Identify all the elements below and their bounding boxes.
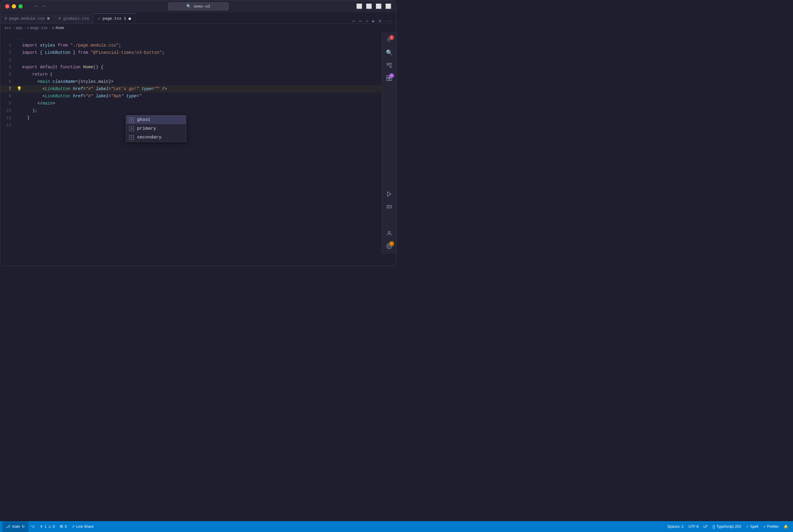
code-line: 6 <main className={styles.main}>	[0, 78, 396, 85]
autocomplete-item-icon: ≡	[129, 118, 134, 122]
code-line: 10 );	[0, 107, 396, 114]
nav-forward-button[interactable]: →	[43, 4, 46, 9]
autocomplete-item-label: ghost	[137, 117, 151, 122]
css-icon: #	[4, 16, 7, 21]
files-badge: 2	[389, 35, 394, 40]
breadcrumb: src › app › ⚛ page.tsx › ◇ Home	[0, 24, 396, 32]
line-content	[22, 56, 396, 63]
go-to-icon[interactable]: ↗	[366, 19, 368, 23]
line-content: </main>	[22, 100, 396, 107]
line-content: <LinkButton href="#" label="Let's go!" t…	[22, 85, 396, 93]
extensions-icon[interactable]: 30	[384, 73, 395, 83]
account-icon[interactable]	[384, 228, 395, 239]
line-number: 7	[0, 85, 16, 93]
code-line: 11 }	[0, 114, 396, 121]
search-text: demo-o3	[193, 4, 210, 9]
settings-badge: !	[389, 241, 394, 246]
line-number: 12	[0, 121, 16, 129]
line-number: 1	[0, 42, 16, 49]
tab-label: globals.css	[63, 16, 89, 21]
layout-sidebar-icon[interactable]: ⬜	[356, 3, 362, 10]
code-lines: ... 1 import styles from "./page.module.…	[0, 32, 396, 131]
line-number: 6	[0, 78, 16, 85]
traffic-lights	[5, 4, 23, 8]
code-line: 3	[0, 56, 396, 63]
line-number: 4	[0, 63, 16, 71]
minimize-button[interactable]	[12, 4, 16, 8]
run-icon[interactable]	[384, 189, 395, 200]
layout-custom-icon[interactable]: ⬜	[385, 3, 391, 10]
autocomplete-item-ghost[interactable]: ≡ ghost	[126, 115, 186, 124]
remote-icon[interactable]	[384, 201, 395, 212]
autocomplete-item-label: primary	[137, 126, 156, 131]
nav-back-button[interactable]: ←	[35, 4, 38, 9]
line-content: }	[22, 114, 396, 121]
tab-page-module-css[interactable]: # page.module.css	[0, 13, 54, 23]
autocomplete-item-secondary[interactable]: ≡ secondary	[126, 133, 186, 142]
tabbar: # page.module.css # globals.css ⚛ page.t…	[0, 13, 396, 24]
code-line: 5 return (	[0, 71, 396, 78]
tab-page-tsx[interactable]: ⚛ page.tsx 1	[93, 13, 135, 23]
dots-line: ...	[0, 35, 396, 42]
breadcrumb-app[interactable]: app	[16, 26, 22, 30]
titlebar-search[interactable]: 🔍 demo-o3	[168, 2, 229, 10]
tab-label: page.module.css	[10, 16, 45, 21]
titlebar-actions: ⬜ ⬜ ⬜ ⬜	[356, 3, 391, 10]
line-content: );	[22, 107, 396, 114]
breadcrumb-file[interactable]: page.tsx	[30, 26, 48, 30]
line-number: 9	[0, 100, 16, 107]
line-content: import { LinkButton } from "@financial-t…	[22, 49, 396, 56]
svg-point-13	[388, 231, 390, 233]
layout-panel-icon[interactable]: ⬜	[366, 3, 372, 10]
svg-point-0	[387, 63, 388, 65]
close-button[interactable]	[5, 4, 10, 8]
code-editor[interactable]: ... 1 import styles from "./page.module.…	[0, 32, 396, 254]
svg-rect-8	[387, 78, 389, 81]
line-number: 3	[0, 56, 16, 63]
line-content: export default function Home() {	[22, 63, 396, 71]
autocomplete-item-primary[interactable]: ≡ primary	[126, 124, 186, 133]
files-icon[interactable]: ⎘ 2	[384, 35, 395, 45]
line-number: 5	[0, 71, 16, 78]
breadcrumb-src[interactable]: src	[4, 26, 11, 30]
line-number: 11	[0, 114, 16, 121]
code-line: 12	[0, 121, 396, 129]
line-content	[22, 121, 396, 129]
go-back-icon[interactable]: ↩	[352, 19, 355, 23]
line-content: return (	[22, 71, 396, 78]
tabbar-actions: ↩ ↪ ↗ ▶ ⊟ ···	[349, 19, 396, 23]
svg-line-5	[388, 65, 390, 66]
more-actions-icon[interactable]: ···	[386, 19, 392, 23]
split-editor-icon[interactable]: ⊟	[379, 19, 381, 23]
layout-split-icon[interactable]: ⬜	[376, 3, 382, 10]
run-file-icon[interactable]: ▶	[372, 19, 375, 23]
code-line: 8 <LinkButton href="#" label="Nah" type=…	[0, 93, 396, 100]
extensions-badge: 30	[389, 73, 394, 78]
svg-marker-10	[387, 192, 391, 196]
lightbulb-icon[interactable]: 💡	[17, 85, 22, 93]
settings-icon[interactable]: !	[384, 241, 395, 251]
autocomplete-item-label: secondary	[137, 135, 162, 140]
search-icon[interactable]: 🔍	[384, 47, 395, 58]
autocomplete-item-icon: ≡	[129, 126, 134, 131]
line-content: <main className={styles.main}>	[22, 78, 396, 85]
autocomplete-item-icon: ≡	[129, 135, 134, 140]
editor-container: ... 1 import styles from "./page.module.…	[0, 32, 396, 254]
line-content: <LinkButton href="#" label="Nah" type="	[22, 93, 396, 100]
css-icon: #	[58, 16, 61, 21]
code-line-active: 7 💡 <LinkButton href="#" label="Let's go…	[0, 85, 396, 93]
breadcrumb-symbol[interactable]: Home	[56, 26, 64, 30]
search-icon: 🔍	[186, 4, 191, 9]
source-control-icon[interactable]	[384, 60, 395, 71]
line-content: import styles from "./page.module.css";	[22, 42, 396, 49]
line-number: 2	[0, 49, 16, 56]
go-forward-icon[interactable]: ↪	[359, 19, 362, 23]
code-line: 4 export default function Home() {	[0, 63, 396, 71]
code-line: 1 import styles from "./page.module.css"…	[0, 42, 396, 49]
svg-point-14	[388, 245, 390, 247]
svg-point-1	[390, 66, 391, 68]
maximize-button[interactable]	[18, 4, 23, 8]
autocomplete-dropdown: ≡ ghost ≡ primary ≡ secondary	[126, 115, 186, 142]
activity-bar: ⎘ 2 🔍 30	[382, 32, 396, 254]
tab-globals-css[interactable]: # globals.css	[54, 13, 94, 23]
